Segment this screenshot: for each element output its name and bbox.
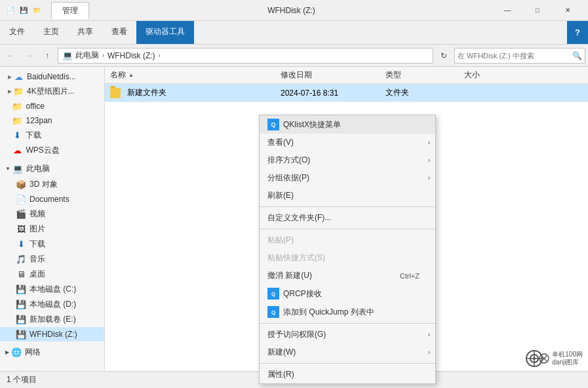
- back-button[interactable]: ←: [3, 48, 18, 64]
- file-name-cell: 新建文件夹: [110, 87, 281, 98]
- folder-icon-3: 📁: [12, 115, 22, 126]
- window-controls: — □ ✕: [492, 0, 583, 21]
- ctx-sep-4: [260, 363, 435, 364]
- title-bar: 📄 💾 📁 管理 WFHDisk (Z:) — □ ✕: [0, 0, 588, 21]
- file-name-label: 新建文件夹: [127, 87, 167, 98]
- tab-view[interactable]: 查看: [102, 21, 136, 44]
- sidebar-label-desktop: 桌面: [29, 269, 45, 280]
- ctx-label-grant: 授予访问权限(G): [267, 329, 326, 340]
- sidebar-label-pictures: 图片: [29, 223, 45, 235]
- sidebar-this-pc[interactable]: ▼ 💻 此电脑: [0, 161, 104, 177]
- tab-driver-tool[interactable]: 驱动器工具: [136, 21, 194, 44]
- ctx-shortcut-undo: Ctrl+Z: [400, 272, 420, 280]
- sidebar-item-office[interactable]: 📁 office: [0, 99, 104, 113]
- watermark-svg: [525, 349, 550, 368]
- sidebar-label-1: 4K壁纸图片...: [27, 86, 75, 97]
- sidebar-label-videos: 视频: [29, 208, 45, 220]
- address-bar: ← → ↑ 💻 此电脑 › WFHDisk (Z:) › ↻ 🔍: [0, 45, 588, 67]
- path-arrow-1: ›: [100, 52, 106, 59]
- ctx-arrow-group: ›: [428, 174, 430, 182]
- sidebar-item-downloads[interactable]: ⬇ 下载: [0, 237, 104, 252]
- up-button[interactable]: ↑: [39, 48, 55, 64]
- forward-button[interactable]: →: [21, 48, 37, 64]
- video-icon: 🎬: [16, 209, 26, 220]
- col-date[interactable]: 修改日期: [281, 69, 385, 81]
- ctx-item-properties[interactable]: 属性(R): [260, 366, 435, 383]
- ctx-label-paste-shortcut: 粘贴快捷方式(S): [267, 252, 325, 263]
- drive-e-icon: 💾: [16, 315, 26, 325]
- sidebar-network[interactable]: ▶ 🌐 网络: [0, 344, 104, 360]
- sidebar-item-wps-cloud[interactable]: ☁ WPS云盘: [0, 143, 104, 158]
- folder-icon-title: 📁: [31, 5, 42, 16]
- sidebar-item-4kwallpaper[interactable]: ▶ 📁 4K壁纸图片...: [0, 84, 104, 99]
- watermark-sub: danji图库: [552, 359, 583, 366]
- sidebar-label-3: 123pan: [26, 116, 52, 125]
- sidebar-item-123pan[interactable]: 📁 123pan: [0, 113, 104, 128]
- search-icon[interactable]: 🔍: [572, 51, 582, 60]
- sidebar-label-drive-d: 本地磁盘 (D:): [29, 299, 76, 310]
- path-arrow-2: ›: [157, 52, 161, 59]
- watermark-text: 单机100网 danji图库: [552, 351, 583, 366]
- cloud-icon-0: ☁: [13, 71, 24, 82]
- ctx-item-undo[interactable]: 撤消 新建(U) Ctrl+Z: [260, 267, 435, 284]
- ctx-item-customize[interactable]: 自定义文件夹(F)...: [260, 209, 435, 227]
- tab-share[interactable]: 共享: [68, 21, 102, 44]
- ribbon: 文件 主页 共享 查看 驱动器工具 ?: [0, 21, 588, 45]
- watermark-site: 单机100网: [552, 351, 583, 359]
- ctx-sep-2: [260, 229, 435, 229]
- ctx-item-grant-access[interactable]: 授予访问权限(G) ›: [260, 326, 435, 343]
- expand-icon-2: [8, 104, 10, 109]
- path-disk-label[interactable]: WFHDisk (Z:): [108, 51, 155, 60]
- search-box[interactable]: 🔍: [454, 48, 585, 64]
- col-size[interactable]: 大小: [464, 69, 517, 81]
- sidebar-item-music[interactable]: 🎵 音乐: [0, 252, 104, 267]
- refresh-button[interactable]: ↻: [436, 48, 452, 64]
- wps-icon: ☁: [12, 146, 22, 156]
- minimize-button[interactable]: —: [492, 0, 522, 21]
- close-button[interactable]: ✕: [553, 0, 583, 21]
- ctx-item-sort[interactable]: 排序方式(O) ›: [260, 151, 435, 169]
- sidebar-item-3d[interactable]: 📦 3D 对象: [0, 177, 104, 192]
- ctx-item-group[interactable]: 分组依据(P) ›: [260, 169, 435, 187]
- drive-z-icon: 💾: [16, 329, 26, 340]
- sidebar-item-pictures[interactable]: 🖼 图片: [0, 222, 104, 237]
- sidebar-label-drive-e: 新加载卷 (E:): [29, 314, 76, 325]
- sidebar-item-drive-d[interactable]: 💾 本地磁盘 (D:): [0, 297, 104, 312]
- sidebar-item-download-top[interactable]: ⬇ 下载: [0, 128, 104, 143]
- sidebar-item-drive-e[interactable]: 💾 新加载卷 (E:): [0, 312, 104, 327]
- ctx-item-quickjump[interactable]: Q 添加到 QuickJump 列表中: [260, 303, 435, 321]
- ctx-item-paste: 粘贴(P): [260, 231, 435, 249]
- pc-icon: 💻: [12, 164, 23, 174]
- pictures-icon: 🖼: [16, 224, 26, 235]
- folder-icon-row: [110, 88, 121, 98]
- network-icon: 🌐: [11, 347, 22, 358]
- sidebar-item-videos[interactable]: 🎬 视频: [0, 206, 104, 222]
- help-button[interactable]: ?: [567, 21, 588, 44]
- ctx-item-new[interactable]: 新建(W) ›: [260, 343, 435, 361]
- ctx-label-new: 新建(W): [267, 347, 296, 358]
- ctx-item-qrcp[interactable]: Q QRCP接收: [260, 284, 435, 303]
- sidebar-item-drive-z[interactable]: 💾 WFHDisk (Z:): [0, 327, 104, 341]
- ctx-label-paste: 粘贴(P): [267, 235, 294, 246]
- ctx-item-view[interactable]: 查看(V) ›: [260, 134, 435, 151]
- ctx-item-refresh[interactable]: 刷新(E): [260, 187, 435, 204]
- maximize-button[interactable]: □: [522, 0, 553, 21]
- sidebar-item-documents[interactable]: 📄 Documents: [0, 192, 104, 206]
- search-input[interactable]: [458, 52, 572, 60]
- path-computer-label[interactable]: 此电脑: [75, 50, 99, 61]
- sidebar-item-baidunets[interactable]: ▶ ☁ BaiduNetdis...: [0, 69, 104, 84]
- status-text: 1 个项目: [7, 374, 37, 385]
- doc-icon: 📄: [5, 5, 16, 16]
- col-name[interactable]: 名称 ▲: [110, 69, 281, 81]
- ctx-header: Q QKlistX快捷菜单: [260, 115, 435, 134]
- tab-home[interactable]: 主页: [34, 21, 68, 44]
- col-type[interactable]: 类型: [385, 69, 464, 81]
- active-tab-label[interactable]: 管理: [51, 2, 89, 19]
- sidebar-item-drive-c[interactable]: 💾 本地磁盘 (C:): [0, 282, 104, 297]
- sidebar-label-3d: 3D 对象: [29, 179, 58, 190]
- address-path[interactable]: 💻 此电脑 › WFHDisk (Z:) ›: [58, 48, 433, 64]
- sidebar-item-desktop[interactable]: 🖥 桌面: [0, 267, 104, 282]
- tab-file[interactable]: 文件: [0, 21, 34, 44]
- folder-icon-1: 📁: [13, 87, 24, 97]
- table-row[interactable]: 新建文件夹 2024-07-16 8:31 文件夹: [105, 84, 588, 102]
